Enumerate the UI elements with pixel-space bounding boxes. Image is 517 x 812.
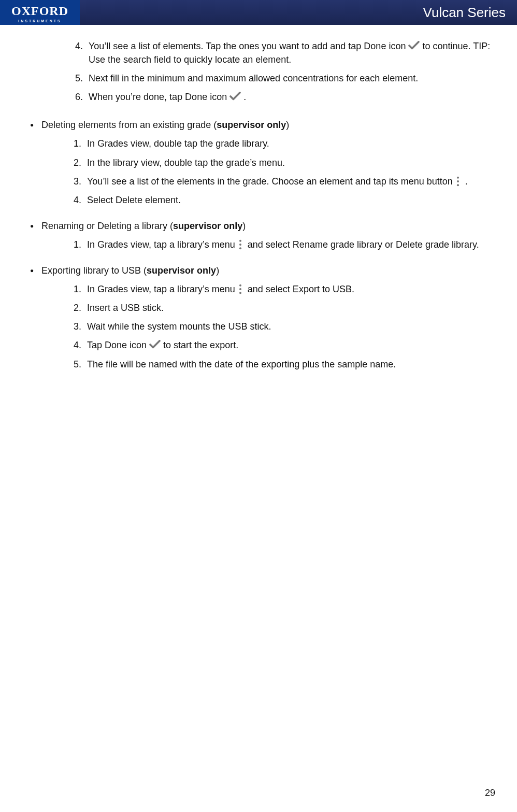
section-heading: Deleting elements from an existing grade…: [41, 118, 491, 132]
svg-point-2: [457, 184, 459, 186]
step-text: .: [463, 176, 468, 187]
kebab-menu-icon: [238, 283, 245, 295]
page: OXFORD INSTRUMENTS Vulcan Series You’ll …: [0, 0, 517, 812]
section-title-end: ): [286, 120, 289, 130]
section-title-end: ): [216, 265, 219, 276]
logo-sub-text: INSTRUMENTS: [0, 19, 80, 23]
step-item: Next fill in the minimum and maximum all…: [85, 72, 491, 85]
document-series-title: Vulcan Series: [423, 5, 506, 21]
step-item: In Grades view, tap a library’s menu and…: [84, 238, 491, 251]
step-item: Insert a USB stick.: [84, 301, 491, 315]
svg-point-8: [239, 292, 241, 294]
section-heading: Renaming or Deleting a library (supervis…: [41, 219, 491, 233]
step-text: Insert a USB stick.: [87, 303, 164, 313]
svg-point-5: [239, 247, 241, 249]
svg-point-4: [239, 244, 241, 246]
step-item: The file will be named with the date of …: [84, 358, 491, 371]
step-text: .: [241, 92, 246, 102]
step-item: When you’re done, tap Done icon .: [85, 90, 491, 104]
step-item: In Grades view, tap a library’s menu and…: [84, 282, 491, 296]
section-steps: In Grades view, tap a library’s menu and…: [41, 282, 491, 371]
section-steps: In Grades view, double tap the grade lib…: [41, 137, 491, 206]
step-item: You’ll see a list of the elements in the…: [84, 175, 491, 188]
done-icon: [408, 40, 420, 50]
svg-point-7: [239, 288, 241, 290]
step-item: In Grades view, double tap the grade lib…: [84, 137, 491, 150]
section-steps: In Grades view, tap a library’s menu and…: [41, 238, 491, 251]
done-icon: [149, 339, 161, 349]
svg-point-6: [239, 284, 241, 287]
section-title-end: ): [242, 221, 246, 231]
document-header: OXFORD INSTRUMENTS Vulcan Series: [0, 0, 517, 25]
step-item: You’ll see a list of elements. Tap the o…: [85, 39, 491, 66]
step-text: You’ll see a list of the elements in the…: [87, 176, 455, 187]
section-item: Exporting library to USB (supervisor onl…: [41, 264, 491, 371]
section-title: Renaming or Deleting a library (: [41, 221, 173, 231]
step-item: In the library view, double tap the grad…: [84, 156, 491, 169]
kebab-menu-icon: [455, 176, 463, 187]
step-text: Tap Done icon: [87, 340, 149, 350]
step-text: and select Rename grade library or Delet…: [245, 239, 479, 250]
svg-point-3: [239, 240, 241, 242]
section-item: Renaming or Deleting a library (supervis…: [41, 219, 491, 251]
role-restriction: supervisor only: [217, 120, 286, 130]
step-text: In Grades view, double tap the grade lib…: [87, 138, 269, 149]
section-heading: Exporting library to USB (supervisor onl…: [41, 264, 491, 277]
section-title: Deleting elements from an existing grade…: [41, 120, 217, 130]
role-restriction: supervisor only: [173, 221, 242, 231]
step-text: Wait while the system mounts the USB sti…: [87, 321, 271, 332]
step-item: Wait while the system mounts the USB sti…: [84, 320, 491, 333]
step-item: Tap Done icon to start the export.: [84, 338, 491, 352]
brand-logo: OXFORD INSTRUMENTS: [0, 0, 80, 25]
step-text: In Grades view, tap a library’s menu: [87, 239, 238, 250]
done-icon: [229, 91, 241, 101]
svg-point-1: [457, 180, 459, 182]
continued-steps-list: You’ll see a list of elements. Tap the o…: [26, 39, 491, 104]
svg-point-0: [457, 176, 459, 178]
step-item: Select Delete element.: [84, 193, 491, 207]
page-number: 29: [485, 788, 495, 799]
step-text: and select Export to USB.: [245, 284, 354, 294]
section-item: Deleting elements from an existing grade…: [41, 118, 491, 206]
step-text: to start the export.: [161, 340, 238, 350]
role-restriction: supervisor only: [147, 265, 216, 276]
section-title: Exporting library to USB (: [41, 265, 147, 276]
step-text: Next fill in the minimum and maximum all…: [89, 73, 418, 83]
step-text: You’ll see a list of elements. Tap the o…: [89, 41, 408, 51]
sections-list: Deleting elements from an existing grade…: [26, 118, 491, 371]
step-text: Select Delete element.: [87, 195, 181, 205]
logo-main-text: OXFORD: [11, 5, 68, 17]
step-text: The file will be named with the date of …: [87, 359, 396, 369]
step-text: In the library view, double tap the grad…: [87, 158, 285, 168]
kebab-menu-icon: [238, 239, 245, 250]
step-text: In Grades view, tap a library’s menu: [87, 284, 238, 294]
step-text: When you’re done, tap Done icon: [89, 92, 229, 102]
document-body: You’ll see a list of elements. Tap the o…: [0, 25, 517, 371]
